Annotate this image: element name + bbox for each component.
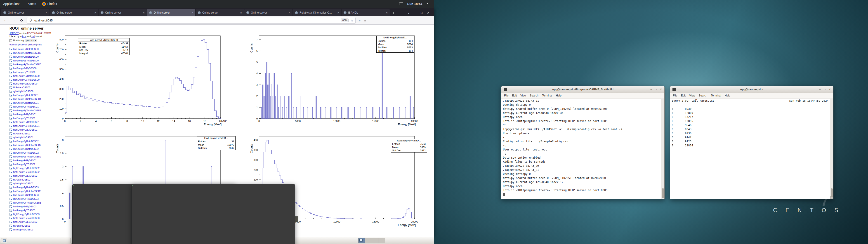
menu-edit[interactable]: Edit bbox=[510, 93, 519, 98]
input-source-icon[interactable] bbox=[399, 2, 403, 5]
stats-row: Mean10070 bbox=[197, 143, 235, 147]
menu-view[interactable]: View bbox=[687, 93, 697, 98]
menu-file[interactable]: File bbox=[671, 93, 679, 98]
toolbar-right-icons: » ≡ bbox=[358, 19, 366, 22]
forward-button[interactable]: → bbox=[10, 17, 17, 24]
close-button[interactable]: ✕ bbox=[829, 88, 831, 91]
places-menu[interactable]: Places bbox=[24, 0, 39, 8]
menu-search[interactable]: Search bbox=[528, 93, 540, 98]
terminal-output[interactable]: /TapeData/G22-88/R3_21Opening dataspy 0d… bbox=[501, 99, 661, 199]
browser-tab[interactable]: Relativistic Kinematics C…× bbox=[293, 9, 341, 16]
workspace-cell[interactable] bbox=[372, 238, 378, 243]
rate-row: 09142 bbox=[672, 136, 829, 140]
tab-close-icon[interactable]: × bbox=[289, 11, 290, 14]
menu-terminal[interactable]: Terminal bbox=[709, 93, 723, 98]
reload-button[interactable]: ⟳ bbox=[19, 17, 25, 24]
terminal-titlebar[interactable]: npg@carme-gsi:~/Programs/CARME_Sort/buil… bbox=[501, 86, 664, 93]
menu-help[interactable]: Help bbox=[554, 93, 563, 98]
maximize-button[interactable]: □ bbox=[655, 88, 657, 91]
bookmark-star-icon[interactable]: ☆ bbox=[350, 19, 353, 22]
terminal-window-rates[interactable]: npg@carme-gsi:~ − □ ✕ FileEditViewSearch… bbox=[670, 86, 833, 199]
svg-text:14: 14 bbox=[172, 120, 175, 122]
maximize-button[interactable]: □ bbox=[421, 11, 423, 14]
menu-file[interactable]: File bbox=[502, 93, 510, 98]
workspace-cell[interactable] bbox=[365, 238, 372, 243]
svg-text:0: 0 bbox=[256, 117, 258, 120]
focused-app-indicator[interactable]: Firefox bbox=[39, 0, 60, 8]
histogram-pad-top-left[interactable]: Counts Energy [MeV] 02468101214161820010… bbox=[52, 27, 230, 129]
show-desktop-button[interactable] bbox=[1, 238, 7, 243]
panel-clock[interactable]: Sun 18:44 bbox=[407, 2, 422, 6]
minimize-button[interactable]: − bbox=[650, 88, 652, 91]
tab-close-icon[interactable]: × bbox=[46, 11, 48, 14]
terminal-line: ^C bbox=[503, 124, 659, 128]
browser-tab[interactable]: Online server× bbox=[147, 9, 195, 16]
svg-text:800: 800 bbox=[59, 38, 64, 41]
scrollbar-thumb[interactable] bbox=[662, 188, 664, 199]
shield-icon[interactable] bbox=[29, 19, 32, 22]
close-button[interactable]: ✕ bbox=[427, 11, 430, 14]
terminal-titlebar[interactable]: npg@carme-gsi:~ − □ ✕ bbox=[670, 86, 833, 93]
stat-name: Integral bbox=[79, 52, 88, 55]
tab-close-icon[interactable]: × bbox=[337, 11, 339, 14]
browser-tab[interactable]: Online server× bbox=[244, 9, 292, 16]
scrollbar[interactable] bbox=[830, 99, 833, 199]
workspace-cell[interactable] bbox=[359, 238, 365, 243]
list-all-tabs-icon[interactable]: ⌄ bbox=[408, 11, 410, 14]
stats-box[interactable]: lowEnergyEyRateDSSD0Entries40439Mean1145… bbox=[78, 38, 129, 55]
rate-col-zero: 0 bbox=[672, 132, 685, 135]
menu-terminal[interactable]: Terminal bbox=[540, 93, 554, 98]
histogram-pad-top-right[interactable]: Counts Energy [MeV] 05000100001500020000… bbox=[246, 27, 425, 129]
y-axis-title: Counts bbox=[56, 144, 59, 153]
stats-box[interactable]: lowEnergyEyRateD...Entries31Mean10070Std… bbox=[197, 136, 236, 150]
tab-close-icon[interactable]: × bbox=[94, 11, 96, 14]
new-tab-button[interactable]: + bbox=[390, 11, 397, 16]
close-button[interactable]: ✕ bbox=[660, 88, 662, 91]
taskbar-item[interactable]: npg@carme-gsi:~ bbox=[70, 238, 127, 244]
workspace-cell[interactable] bbox=[378, 238, 385, 243]
menu-search[interactable]: Search bbox=[697, 93, 709, 98]
tab-close-icon[interactable]: × bbox=[386, 11, 388, 14]
menu-view[interactable]: View bbox=[519, 93, 528, 98]
tab-close-icon[interactable]: × bbox=[240, 11, 242, 14]
rate-value: 12855 bbox=[685, 120, 693, 123]
applications-menu[interactable]: Applications bbox=[0, 0, 24, 8]
stat-name: Entries bbox=[392, 142, 400, 146]
browser-tab[interactable]: Online server× bbox=[98, 9, 147, 16]
stat-name: Std Dev bbox=[378, 46, 386, 49]
tab-close-icon[interactable]: × bbox=[143, 11, 145, 14]
terminal-line: Opening dataspy 0 bbox=[503, 103, 659, 107]
hamburger-menu-icon[interactable]: ≡ bbox=[364, 19, 366, 22]
terminal-output[interactable]: Every 2.0s: tail rates.txt Sun Feb 18 18… bbox=[670, 99, 830, 199]
browser-tab[interactable]: Online server× bbox=[196, 9, 244, 16]
zoom-level-badge[interactable]: 80% bbox=[341, 19, 348, 22]
browser-tab[interactable]: Online server× bbox=[1, 9, 50, 16]
menu-help[interactable]: Help bbox=[723, 93, 732, 98]
maximize-button[interactable]: □ bbox=[824, 88, 826, 91]
terminal-window-build[interactable]: npg@carme-gsi:~/Programs/CARME_Sort/buil… bbox=[501, 86, 664, 199]
stats-box[interactable]: lowEnergyEyRateD...Entries7583Mean3369St… bbox=[391, 139, 427, 152]
svg-text:12: 12 bbox=[157, 120, 160, 122]
terminal-line: /TapeData/G22-88/R3_21 bbox=[503, 99, 659, 103]
tab-close-icon[interactable]: × bbox=[191, 11, 193, 14]
rate-row: 09546 bbox=[672, 124, 829, 128]
svg-text:7: 7 bbox=[256, 38, 258, 41]
terminal-title: npg@carme-gsi:~ bbox=[670, 88, 833, 91]
centos-wordmark: C E N T O S bbox=[773, 207, 842, 214]
minimize-button[interactable]: − bbox=[819, 88, 821, 91]
stats-box[interactable]: lowEnergyEyRateD...Entries164Mean5884Std… bbox=[376, 36, 414, 53]
minimize-button[interactable]: − bbox=[414, 11, 416, 14]
browser-tab[interactable]: Online server× bbox=[50, 9, 98, 16]
taskbar-item[interactable]: npg@carme-gsi:~/Programs/CARME... bbox=[130, 238, 187, 244]
y-axis-title: Counts bbox=[250, 144, 253, 153]
overflow-menu-icon[interactable]: » bbox=[359, 19, 361, 22]
menu-edit[interactable]: Edit bbox=[679, 93, 687, 98]
back-button[interactable]: ← bbox=[2, 17, 8, 24]
volume-icon[interactable] bbox=[426, 2, 430, 6]
terminal-line: User output file: test.root bbox=[503, 148, 659, 152]
resize-grip[interactable] bbox=[831, 196, 833, 199]
browser-tab[interactable]: IBANDL× bbox=[342, 9, 390, 16]
scrollbar[interactable] bbox=[661, 99, 664, 199]
url-bar[interactable]: localhost:8085 80% ☆ bbox=[27, 17, 355, 24]
window-controls: ⌄ − □ ✕ bbox=[404, 11, 433, 16]
